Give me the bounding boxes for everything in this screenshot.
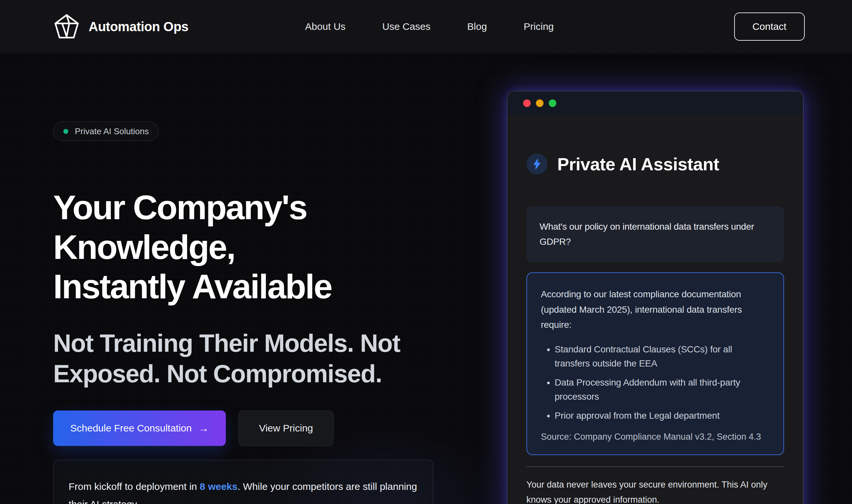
- ai-bullet-item: Prior approval from the Legal department: [555, 409, 770, 422]
- assistant-title: Private AI Assistant: [557, 154, 719, 174]
- note-text-pre: From kickoff to deployment in: [69, 481, 200, 492]
- main-nav: About Us Use Cases Blog Pricing: [305, 21, 554, 32]
- ai-answer-source: Source: Company Compliance Manual v3.2, …: [541, 432, 770, 442]
- window-minimize-button[interactable]: [536, 100, 544, 107]
- window-titlebar: [508, 91, 803, 115]
- ai-answer-intro: According to our latest compliance docum…: [541, 287, 770, 332]
- window-zoom-button[interactable]: [549, 100, 556, 107]
- view-pricing-button[interactable]: View Pricing: [238, 411, 334, 446]
- divider: [527, 466, 784, 467]
- status-dot-icon: [63, 129, 68, 134]
- deployment-note-text: From kickoff to deployment in 8 weeks. W…: [69, 478, 418, 504]
- hero-badge-label: Private AI Solutions: [75, 126, 149, 137]
- nav-link-use-cases[interactable]: Use Cases: [383, 21, 431, 32]
- schedule-consultation-label: Schedule Free Consultation: [70, 422, 192, 434]
- nav-link-pricing[interactable]: Pricing: [524, 21, 554, 32]
- deployment-note-box: From kickoff to deployment in 8 weeks. W…: [53, 460, 433, 504]
- hero-title: Your Company's Knowledge, Instantly Avai…: [53, 188, 477, 306]
- cta-row: Schedule Free Consultation → View Pricin…: [53, 411, 477, 446]
- hero-subtitle-line-2: Exposed. Not Compromised.: [53, 359, 477, 389]
- site-header: Automation Ops About Us Use Cases Blog P…: [0, 0, 852, 53]
- nav-link-blog[interactable]: Blog: [467, 21, 487, 32]
- pentagon-logo-icon: [53, 14, 81, 40]
- privacy-note: Your data never leaves your secure envir…: [527, 478, 784, 504]
- hero-title-line-1: Your Company's Knowledge,: [53, 188, 477, 267]
- assistant-window-body: Private AI Assistant What's our policy o…: [508, 115, 803, 504]
- brand-name: Automation Ops: [89, 19, 189, 34]
- hero-subtitle-line-1: Not Training Their Models. Not: [53, 328, 477, 359]
- hero-subtitle: Not Training Their Models. Not Exposed. …: [53, 328, 477, 389]
- ai-answer-bullets: Standard Contractual Clauses (SCCs) for …: [541, 342, 770, 422]
- hero-section: Private AI Solutions Your Company's Know…: [53, 121, 477, 504]
- assistant-window: Private AI Assistant What's our policy o…: [507, 91, 803, 504]
- user-message-bubble: What's our policy on international data …: [527, 206, 784, 263]
- brand-logo[interactable]: Automation Ops: [53, 14, 189, 40]
- lightning-icon: [527, 154, 547, 175]
- assistant-header: Private AI Assistant: [527, 154, 784, 175]
- hero-badge: Private AI Solutions: [53, 121, 159, 141]
- ai-bullet-item: Data Processing Addendum with all third-…: [555, 375, 770, 404]
- schedule-consultation-button[interactable]: Schedule Free Consultation →: [53, 411, 226, 446]
- window-close-button[interactable]: [523, 100, 531, 107]
- note-text-highlight: 8 weeks: [200, 481, 237, 492]
- ai-bullet-item: Standard Contractual Clauses (SCCs) for …: [555, 342, 770, 371]
- contact-button[interactable]: Contact: [734, 13, 805, 41]
- hero-title-line-2: Instantly Available: [53, 267, 477, 306]
- nav-link-about[interactable]: About Us: [305, 21, 345, 32]
- arrow-right-icon: →: [198, 422, 209, 434]
- ai-answer-bubble: According to our latest compliance docum…: [527, 272, 784, 455]
